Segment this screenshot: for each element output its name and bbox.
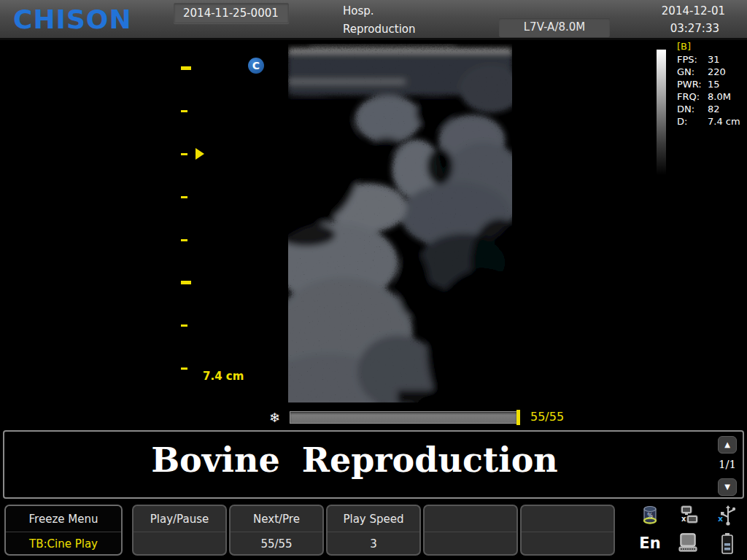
cine-position-cursor[interactable] <box>516 410 520 425</box>
chison-logo: CHISON <box>13 4 132 34</box>
ruler-tick <box>181 239 187 241</box>
param-row: D: 7.4 cm <box>677 115 747 128</box>
exam-preset-title: Bovine Reproduction <box>4 440 705 480</box>
usb-disconnected-icon: x <box>711 503 744 528</box>
play-speed-button[interactable]: Play Speed 3 <box>326 505 421 556</box>
softkey-top-label <box>522 506 614 532</box>
next-pre-button[interactable]: Next/Pre 55/55 <box>229 505 324 556</box>
language-indicator[interactable]: En <box>633 531 667 556</box>
cine-progress-bar[interactable] <box>290 411 517 424</box>
softkey-bottom-label: 55/55 <box>231 532 322 556</box>
param-label: PWR: <box>677 78 708 90</box>
menu-pager: ▲ 1/1 ▼ <box>716 435 738 496</box>
ultrasound-image[interactable] <box>288 44 512 402</box>
patient-id-field[interactable]: 2014-11-25-0001 <box>174 3 289 23</box>
param-label: FRQ: <box>677 90 708 103</box>
ruler-tick <box>181 281 191 284</box>
mode-badge: [B] <box>677 41 747 52</box>
svg-text:%: % <box>647 513 653 519</box>
softkey-bottom-label <box>522 532 614 556</box>
keyboard-icon <box>671 531 705 556</box>
ruler-tick <box>181 196 187 198</box>
system-date: 2014-12-01 <box>662 4 725 18</box>
svg-text:x: x <box>718 514 723 524</box>
svg-text:x: x <box>681 515 686 523</box>
softkey-empty-button[interactable] <box>423 505 518 556</box>
status-icon-area: % x <box>629 503 744 557</box>
softkey-top-label: Play Speed <box>328 506 419 532</box>
softkey-toolbar: Freeze Menu TB:Cine Play Play/Pause Next… <box>0 500 747 560</box>
freeze-menu-button[interactable]: Freeze Menu TB:Cine Play <box>4 505 123 556</box>
softkey-top-label: Next/Pre <box>231 506 322 532</box>
cine-progress-row: ❄ 55/55 <box>0 408 747 427</box>
param-value: 31 <box>708 53 747 66</box>
disk-usage-icon: % <box>633 503 667 528</box>
battery-icon <box>711 531 744 556</box>
softkey-bottom-label: 3 <box>328 532 419 556</box>
param-value: 15 <box>708 78 747 90</box>
param-value: 82 <box>708 103 747 115</box>
page-down-button[interactable]: ▼ <box>718 478 737 496</box>
ruler-tick <box>181 324 187 327</box>
ultrasound-screen: CHISON 2014-11-25-0001 Hosp. Reproductio… <box>0 0 747 560</box>
orientation-marker-icon[interactable]: C <box>248 58 264 74</box>
parameter-panel: [B] FPS: 31 GN: 220 PWR: 15 FRQ: 8.0M DN… <box>677 41 747 128</box>
softkey-top-label: Freeze Menu <box>6 506 121 532</box>
freeze-snowflake-icon: ❄ <box>269 410 280 425</box>
ruler-tick <box>181 368 187 370</box>
ruler-tick <box>181 66 191 70</box>
param-row: FPS: 31 <box>677 53 747 66</box>
softkey-empty-button[interactable] <box>520 505 615 556</box>
param-row: GN: 220 <box>677 66 747 78</box>
param-label: FPS: <box>677 53 708 66</box>
hospital-label: Hosp. <box>343 4 374 18</box>
param-row: PWR: 15 <box>677 78 747 90</box>
top-bar: CHISON 2014-11-25-0001 Hosp. Reproductio… <box>0 0 747 40</box>
page-indicator: 1/1 <box>716 458 738 471</box>
probe-frequency-label: L7V-A/8.0M <box>499 18 610 37</box>
softkey-bottom-label <box>133 532 225 556</box>
param-value: 8.0M <box>708 90 747 103</box>
param-row: FRQ: 8.0M <box>677 90 747 103</box>
softkey-top-label: Play/Pause <box>133 506 225 532</box>
ruler-tick <box>181 153 187 155</box>
param-label: DN: <box>677 103 708 115</box>
param-row: DN: 82 <box>677 103 747 115</box>
network-disconnected-icon: x <box>671 503 705 528</box>
depth-label: 7.4 cm <box>203 370 244 383</box>
image-display-area: 7.4 cm C <box>0 40 747 430</box>
softkey-bottom-label: TB:Cine Play <box>6 532 121 556</box>
ruler-tick <box>181 110 187 112</box>
system-time: 03:27:33 <box>670 22 719 35</box>
focus-marker-icon[interactable] <box>196 148 204 160</box>
menu-panel: Bovine Reproduction ▲ 1/1 ▼ <box>3 430 744 499</box>
play-pause-button[interactable]: Play/Pause <box>132 505 227 556</box>
grayscale-map-bar <box>657 50 666 175</box>
page-up-button[interactable]: ▲ <box>718 436 737 454</box>
param-value: 7.4 cm <box>708 115 747 128</box>
cine-frame-counter: 55/55 <box>530 410 564 424</box>
softkey-bottom-label <box>425 532 516 556</box>
softkey-top-label <box>425 506 516 532</box>
param-value: 220 <box>708 66 747 78</box>
exam-mode-label: Reproduction <box>343 23 416 36</box>
param-label: GN: <box>677 66 708 78</box>
param-label: D: <box>677 115 708 128</box>
